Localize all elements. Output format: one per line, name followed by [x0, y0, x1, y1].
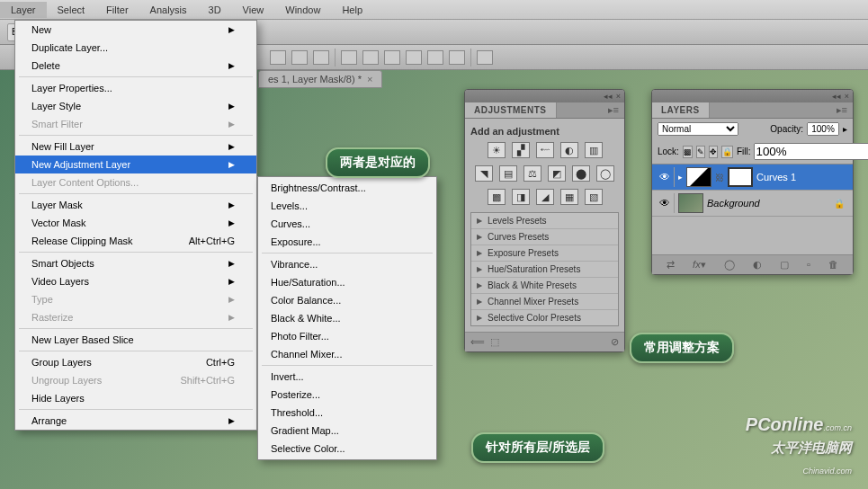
adjustment-icon[interactable]: ☀: [488, 142, 506, 158]
menu-item[interactable]: New Adjustment Layer▶: [15, 156, 256, 173]
back-icon[interactable]: ⟸ ⬚: [470, 336, 499, 348]
collapse-icon[interactable]: ◂◂: [604, 92, 613, 101]
lock-position-icon[interactable]: ✥: [709, 146, 718, 158]
menu-item[interactable]: Vector Mask▶: [15, 214, 256, 232]
group-icon[interactable]: ▢: [780, 259, 789, 271]
submenu-item[interactable]: Levels...: [258, 197, 436, 215]
menu-item[interactable]: Hide Layers: [15, 389, 256, 407]
menu-item[interactable]: Layer Style▶: [15, 97, 256, 115]
preset-item[interactable]: ▶Selective Color Presets: [471, 310, 618, 325]
submenu-item[interactable]: Brightness/Contrast...: [258, 179, 436, 197]
preset-item[interactable]: ▶Channel Mixer Presets: [471, 294, 618, 310]
distribute-icon[interactable]: [406, 50, 422, 65]
submenu-item[interactable]: Invert...: [258, 368, 436, 386]
collapse-icon[interactable]: ◂◂: [832, 92, 841, 101]
menu-item[interactable]: New Layer Based Slice: [15, 331, 256, 349]
menu-item[interactable]: Release Clipping MaskAlt+Ctrl+G: [15, 232, 256, 250]
trash-icon[interactable]: ⊘: [611, 336, 619, 348]
submenu-item[interactable]: Posterize...: [258, 386, 436, 404]
document-tab[interactable]: es 1, Layer Mask/8) *×: [258, 70, 382, 88]
adjustment-icon[interactable]: ▩: [488, 189, 506, 205]
layer-row[interactable]: 👁Background🔒: [652, 191, 853, 217]
menubar-item-3d[interactable]: 3D: [198, 2, 232, 18]
menu-item[interactable]: Arrange▶: [15, 412, 256, 430]
opacity-input[interactable]: [807, 122, 839, 136]
distribute-icon[interactable]: [341, 50, 357, 65]
submenu-item[interactable]: Color Balance...: [258, 291, 436, 309]
adjustment-icon[interactable]: ◥: [475, 165, 493, 182]
menu-item[interactable]: Delete▶: [15, 57, 256, 75]
preset-item[interactable]: ▶Exposure Presets: [471, 245, 618, 262]
lock-all-icon[interactable]: 🔒: [721, 146, 733, 158]
mask-icon[interactable]: ◯: [724, 259, 735, 271]
panel-menu-icon[interactable]: ▸≡: [831, 104, 853, 116]
submenu-item[interactable]: Exposure...: [258, 233, 436, 251]
menubar-item-help[interactable]: Help: [331, 2, 373, 18]
menubar-item-window[interactable]: Window: [274, 2, 331, 18]
submenu-item[interactable]: Selective Color...: [258, 440, 436, 458]
adjustment-icon[interactable]: ◯: [596, 165, 614, 182]
preset-item[interactable]: ▶Levels Presets: [471, 213, 618, 229]
layers-tab[interactable]: LAYERS: [652, 102, 710, 118]
close-icon[interactable]: ×: [845, 92, 849, 101]
preset-item[interactable]: ▶Black & White Presets: [471, 278, 618, 294]
adjustment-icon[interactable]: ◢: [536, 189, 554, 205]
adjustment-icon[interactable]: ▧: [585, 189, 603, 205]
submenu-item[interactable]: Channel Mixer...: [258, 345, 436, 363]
adjustments-tab[interactable]: ADJUSTMENTS: [465, 102, 557, 118]
visibility-icon[interactable]: 👁: [655, 167, 675, 187]
adjustment-icon[interactable]: ◐: [753, 259, 762, 271]
blend-mode-select[interactable]: Normal: [658, 122, 738, 136]
distribute-icon[interactable]: [362, 50, 379, 65]
lock-image-icon[interactable]: ✎: [696, 146, 705, 158]
fill-input[interactable]: [754, 143, 868, 160]
distribute-icon[interactable]: [449, 50, 465, 65]
panel-menu-icon[interactable]: ▸≡: [603, 104, 624, 116]
visibility-icon[interactable]: 👁: [655, 193, 675, 213]
adjustment-icon[interactable]: ▦: [560, 189, 578, 205]
curves-thumb[interactable]: [686, 167, 711, 187]
auto-align-icon[interactable]: [477, 50, 493, 65]
fx-icon[interactable]: fx▾: [693, 259, 706, 271]
delete-icon[interactable]: 🗑: [828, 259, 838, 271]
submenu-item[interactable]: Curves...: [258, 215, 436, 233]
menubar-item-filter[interactable]: Filter: [95, 2, 139, 18]
lock-transparent-icon[interactable]: ▩: [683, 146, 693, 158]
menubar-item-analysis[interactable]: Analysis: [139, 2, 198, 18]
close-tab-icon[interactable]: ×: [367, 74, 372, 84]
adjustment-icon[interactable]: ⬤: [572, 165, 590, 182]
adjustment-icon[interactable]: ⚖: [523, 165, 541, 182]
menu-item[interactable]: New Fill Layer▶: [15, 138, 256, 156]
submenu-item[interactable]: Gradient Map...: [258, 422, 436, 440]
menu-item[interactable]: Layer Mask▶: [15, 196, 256, 214]
align-icon[interactable]: [270, 50, 286, 65]
menu-item[interactable]: New▶: [15, 21, 256, 39]
link-layers-icon[interactable]: ⇄: [667, 259, 675, 271]
adjustment-icon[interactable]: ▥: [585, 142, 603, 158]
submenu-item[interactable]: Black & White...: [258, 309, 436, 327]
layer-thumb[interactable]: [678, 193, 703, 213]
align-icon[interactable]: [291, 50, 308, 65]
distribute-icon[interactable]: [427, 50, 443, 65]
menubar-item-layer[interactable]: Layer: [0, 2, 47, 18]
adjustment-icon[interactable]: ⬳: [536, 142, 554, 158]
align-icon[interactable]: [313, 50, 329, 65]
layer-row[interactable]: 👁▸⛓Curves 1: [652, 164, 853, 191]
menu-item[interactable]: Group LayersCtrl+G: [15, 353, 256, 371]
adjustment-icon[interactable]: ◐: [560, 142, 578, 158]
preset-item[interactable]: ▶Hue/Saturation Presets: [471, 262, 618, 278]
menubar-item-view[interactable]: View: [232, 2, 275, 18]
menu-item[interactable]: Layer Properties...: [15, 79, 256, 97]
distribute-icon[interactable]: [384, 50, 400, 65]
adjustment-icon[interactable]: ◨: [512, 189, 530, 205]
submenu-item[interactable]: Vibrance...: [258, 255, 436, 273]
adjustment-icon[interactable]: ▤: [499, 165, 517, 182]
adjustment-icon[interactable]: ▞: [512, 142, 530, 158]
preset-item[interactable]: ▶Curves Presets: [471, 229, 618, 245]
submenu-item[interactable]: Photo Filter...: [258, 327, 436, 345]
submenu-item[interactable]: Hue/Saturation...: [258, 273, 436, 291]
link-icon[interactable]: ⛓: [715, 173, 724, 182]
menubar-item-select[interactable]: Select: [47, 2, 96, 18]
close-icon[interactable]: ×: [616, 92, 621, 101]
menu-item[interactable]: Smart Objects▶: [15, 254, 256, 272]
